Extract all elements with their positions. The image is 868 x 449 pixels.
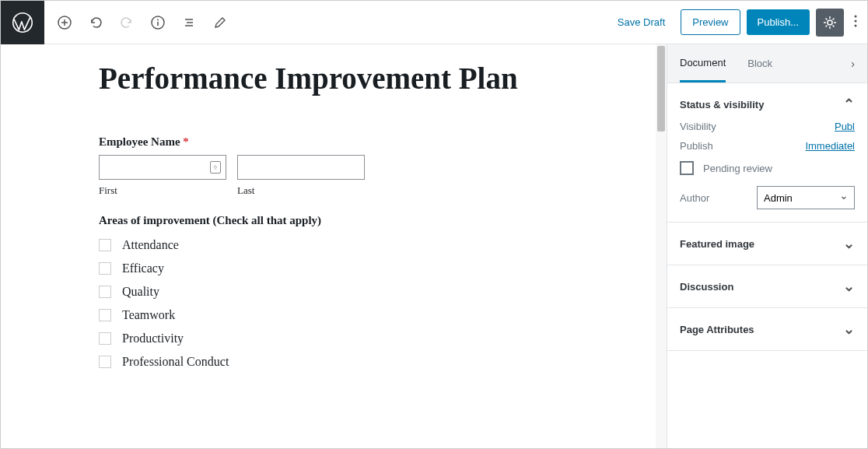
- status-panel-toggle[interactable]: Status & visibility ⌃: [680, 96, 855, 113]
- svg-point-5: [855, 15, 857, 17]
- area-item-productivity[interactable]: Productivity: [99, 327, 558, 350]
- pending-review-label: Pending review: [703, 163, 772, 174]
- checkbox-icon[interactable]: [99, 309, 111, 321]
- checkbox-icon[interactable]: [99, 332, 111, 345]
- redo-button[interactable]: [113, 9, 141, 37]
- status-visibility-panel: Status & visibility ⌃ Visibility Publ Pu…: [667, 83, 867, 223]
- name-sublabels: First Last: [99, 184, 558, 197]
- area-item-quality[interactable]: Quality: [99, 280, 558, 303]
- sidebar-tabs: Document Block ›: [667, 44, 867, 83]
- redo-icon: [119, 15, 135, 30]
- undo-icon: [88, 15, 103, 30]
- area-item-conduct[interactable]: Professional Conduct: [99, 350, 558, 374]
- more-menu-button[interactable]: [850, 13, 861, 32]
- post-title[interactable]: Performance Improvement Plan: [99, 60, 558, 98]
- autofill-icon: ⎀: [210, 161, 221, 174]
- info-icon: [150, 15, 166, 30]
- publish-label: Publish: [680, 140, 713, 152]
- chevron-down-icon: ⌄: [843, 235, 855, 252]
- settings-button[interactable]: [816, 9, 844, 37]
- toolbar-left: [44, 1, 240, 44]
- editor-topbar: Save Draft Preview Publish...: [1, 1, 867, 44]
- area-item-teamwork[interactable]: Teamwork: [99, 303, 558, 327]
- checkbox-icon[interactable]: [99, 262, 111, 275]
- add-block-button[interactable]: [51, 9, 79, 37]
- undo-button[interactable]: [82, 9, 110, 37]
- gear-icon: [822, 15, 838, 30]
- edit-button[interactable]: [206, 9, 234, 37]
- checkbox-icon[interactable]: [99, 286, 111, 298]
- publish-value-link[interactable]: Immediatel: [805, 140, 855, 152]
- author-select-wrap: Admin: [757, 186, 855, 209]
- chevron-down-icon: ⌄: [843, 278, 855, 295]
- list-icon: [181, 15, 197, 30]
- editor-canvas[interactable]: Performance Improvement Plan Employee Na…: [1, 44, 656, 448]
- page-attributes-panel[interactable]: Page Attributes ⌄: [667, 308, 867, 351]
- outline-button[interactable]: [175, 9, 203, 37]
- author-select[interactable]: Admin: [757, 186, 855, 209]
- editor-scrollbar[interactable]: [656, 44, 667, 448]
- svg-point-3: [157, 19, 159, 20]
- first-sublabel: First: [99, 184, 226, 197]
- pending-review-checkbox[interactable]: [680, 161, 694, 175]
- author-row: Author Admin: [680, 175, 855, 209]
- settings-sidebar: Document Block › Status & visibility ⌃ V…: [667, 44, 867, 448]
- dots-vertical-icon: [853, 13, 858, 29]
- svg-point-7: [855, 24, 857, 26]
- first-name-input[interactable]: ⎀: [99, 155, 226, 180]
- area-item-attendance[interactable]: Attendance: [99, 233, 558, 257]
- checkbox-icon[interactable]: [99, 239, 111, 251]
- tab-document[interactable]: Document: [680, 44, 726, 82]
- area-item-efficacy[interactable]: Efficacy: [99, 257, 558, 280]
- areas-label: Areas of improvement (Check all that app…: [99, 214, 558, 227]
- svg-point-4: [828, 20, 832, 25]
- employee-name-label: Employee Name *: [99, 135, 558, 149]
- chevron-down-icon: ⌄: [843, 321, 855, 338]
- chevron-up-icon: ⌃: [843, 96, 855, 113]
- discussion-panel[interactable]: Discussion ⌄: [667, 265, 867, 308]
- wordpress-logo[interactable]: [1, 1, 44, 44]
- chevron-right-icon[interactable]: ›: [851, 58, 855, 70]
- info-button[interactable]: [144, 9, 172, 37]
- publish-button[interactable]: Publish...: [747, 9, 810, 35]
- svg-point-6: [855, 19, 857, 22]
- last-sublabel: Last: [237, 184, 365, 197]
- wordpress-icon: [12, 12, 33, 33]
- scrollbar-thumb[interactable]: [657, 46, 665, 132]
- last-name-input[interactable]: [237, 155, 365, 180]
- pencil-icon: [212, 15, 228, 30]
- visibility-value-link[interactable]: Publ: [835, 121, 855, 132]
- visibility-row: Visibility Publ: [680, 113, 855, 132]
- publish-row: Publish Immediatel: [680, 132, 855, 152]
- pending-review-row[interactable]: Pending review: [680, 152, 855, 175]
- visibility-label: Visibility: [680, 121, 716, 132]
- plus-circle-icon: [57, 15, 72, 30]
- author-label: Author: [680, 192, 709, 204]
- required-mark: *: [183, 135, 189, 148]
- toolbar-right: Save Draft Preview Publish...: [602, 1, 867, 44]
- main-layout: Performance Improvement Plan Employee Na…: [1, 44, 867, 448]
- areas-checklist: Attendance Efficacy Quality Teamwork Pro…: [99, 233, 558, 374]
- featured-image-panel[interactable]: Featured image ⌄: [667, 223, 867, 265]
- preview-button[interactable]: Preview: [681, 9, 740, 35]
- save-draft-button[interactable]: Save Draft: [608, 10, 674, 34]
- name-fields-row: ⎀: [99, 155, 558, 180]
- tab-block[interactable]: Block: [747, 44, 772, 82]
- checkbox-icon[interactable]: [99, 356, 111, 368]
